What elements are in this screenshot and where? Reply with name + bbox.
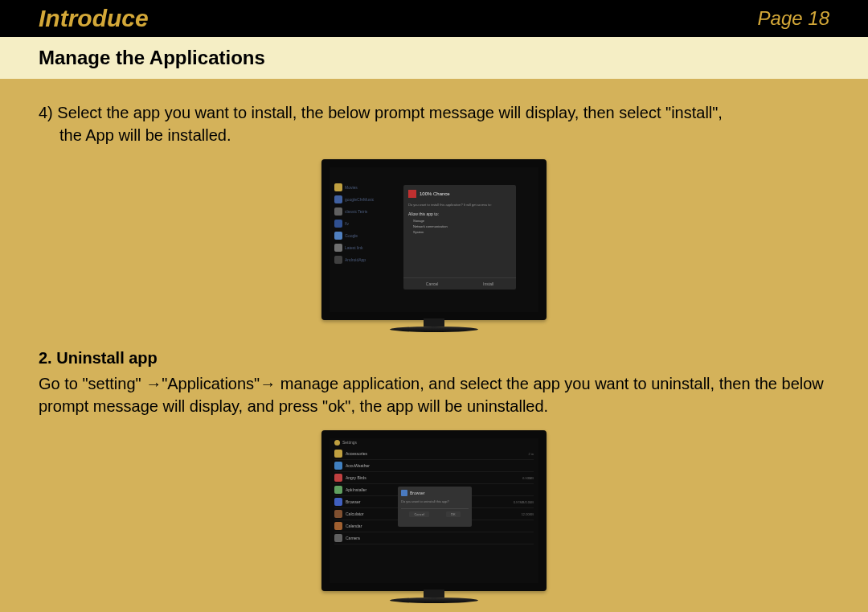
step4-line2: the App will be installed. xyxy=(39,124,829,146)
ok-button[interactable]: OK xyxy=(446,511,461,517)
tv1-dialog-section: Allow this app to: xyxy=(408,212,511,216)
tv2-dialog-title: Browser xyxy=(410,491,424,495)
tv1-sidebar: Movies googleChrMusic classic Tetris flv… xyxy=(334,182,394,266)
tv1-install-dialog: 100% Chance Do you want to install this … xyxy=(403,185,516,290)
content-area: 4) Select the app you want to install, t… xyxy=(0,79,868,612)
page-title: Introduce xyxy=(39,5,149,32)
step4-text: 4) Select the app you want to install, t… xyxy=(39,101,829,146)
section2-heading: 2. Uninstall app xyxy=(39,349,829,368)
install-button[interactable]: Install xyxy=(483,281,493,286)
subheader-bar: Manage the Applications xyxy=(0,37,868,79)
tv2-dialog-text: Do you want to uninstall this app? xyxy=(401,499,469,503)
tv1-dialog-title: 100% Chance xyxy=(420,191,450,196)
tv2-container: Settings Accessories2 in AccuWeather Ang… xyxy=(39,430,829,591)
tv1-frame: Movies googleChrMusic classic Tetris flv… xyxy=(321,159,547,320)
page-number: Page 18 xyxy=(758,7,829,30)
section2-body: Go to "setting" →"Applications"→ manage … xyxy=(39,372,829,417)
settings-icon xyxy=(334,440,340,446)
tv2-uninstall-dialog: Browser Do you want to uninstall this ap… xyxy=(398,487,472,527)
tv1-dialog-prompt: Do you want to install this application?… xyxy=(408,203,511,207)
browser-icon xyxy=(401,490,407,496)
tv2-header: Settings xyxy=(330,438,538,446)
tv-stand xyxy=(390,318,478,331)
tv1-container: Movies googleChrMusic classic Tetris flv… xyxy=(39,159,829,320)
header-bar: Introduce Page 18 xyxy=(0,0,868,37)
app-icon xyxy=(408,190,416,198)
tv1-screen: Movies googleChrMusic classic Tetris flv… xyxy=(330,167,538,312)
subheader-title: Manage the Applications xyxy=(39,47,265,69)
cancel-button[interactable]: Cancel xyxy=(426,281,439,286)
tv-stand xyxy=(390,589,478,602)
step4-line1: 4) Select the app you want to install, t… xyxy=(39,104,723,121)
tv2-screen: Settings Accessories2 in AccuWeather Ang… xyxy=(330,438,538,583)
tv2-frame: Settings Accessories2 in AccuWeather Ang… xyxy=(321,430,547,591)
cancel-button[interactable]: Cancel xyxy=(409,511,428,517)
